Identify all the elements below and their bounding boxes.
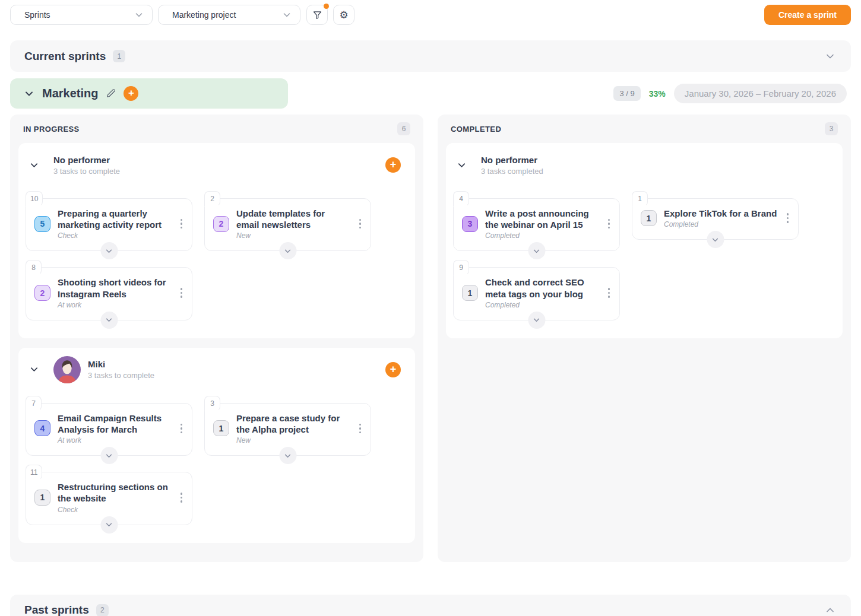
task-row: 5 Preparing a quarterly marketing activi… [34,208,185,240]
current-sprints-bar[interactable]: Current sprints 1 [10,40,851,72]
task-id-tab: 4 [453,191,469,207]
chevron-down-icon[interactable] [24,88,34,99]
toolbar: Sprints Marketing project ⚙ Create a spr… [10,5,851,25]
task-row: 2 Shooting short videos for Instagram Re… [34,277,185,309]
performer-group-header[interactable]: No performer 3 tasks to complete + [18,143,415,187]
task-points-badge: 1 [213,420,229,436]
past-sprints-count-badge: 2 [96,604,109,616]
kebab-menu-icon[interactable] [178,217,185,231]
expand-task-icon[interactable] [100,516,118,534]
task-status: New [236,231,350,240]
kebab-menu-icon[interactable] [606,285,613,300]
task-title: Prepare a case study for the Alpha proje… [236,412,350,435]
sprint-section: Marketing + 3 / 9 33% January 30, 2026 –… [10,78,851,562]
current-sprints-title: Current sprints [24,50,106,63]
view-select-value: Sprints [24,10,50,20]
column-groups: No performer 3 tasks to complete + 10 5 … [18,143,415,543]
view-select[interactable]: Sprints [10,5,153,25]
chevron-down-icon[interactable] [825,51,835,62]
performer-info: Miki 3 tasks to complete [88,359,154,380]
task-card[interactable]: 4 3 Write a post announcing the webinar … [453,198,620,251]
task-texts: Check and correct SEO meta tags on your … [485,277,599,309]
task-row: 1 Check and correct SEO meta tags on you… [462,277,612,309]
task-status: New [236,436,350,444]
task-title: Restructuring sections on the website [58,481,171,504]
create-sprint-button[interactable]: Create a sprint [764,5,851,25]
project-select-value: Marketing project [172,10,236,20]
sprint-name: Marketing [42,87,98,100]
settings-button[interactable]: ⚙ [333,5,354,25]
expand-task-icon[interactable] [528,242,545,259]
column-title: COMPLETED [451,125,501,134]
task-id-tab: 8 [26,260,42,275]
task-status: Check [58,506,171,514]
performer-group-header[interactable]: No performer 3 tasks completed [446,143,843,187]
kebab-menu-icon[interactable] [178,421,185,436]
project-select[interactable]: Marketing project [158,5,300,25]
task-status: Completed [485,301,599,309]
task-grid: 10 5 Preparing a quarterly marketing act… [18,187,415,338]
board-column: IN PROGRESS 6 No performer 3 tasks to co… [10,115,423,562]
kebab-menu-icon[interactable] [178,285,185,300]
task-grid: 4 3 Write a post announcing the webinar … [446,187,843,338]
sprint-board: IN PROGRESS 6 No performer 3 tasks to co… [10,115,851,562]
expand-task-icon[interactable] [100,312,118,329]
task-card[interactable]: 3 1 Prepare a case study for the Alpha p… [204,403,371,456]
expand-task-icon[interactable] [279,242,296,259]
kebab-menu-icon[interactable] [606,217,613,231]
kebab-menu-icon[interactable] [784,211,792,226]
performer-task-count: 3 tasks to complete [53,167,120,176]
task-row: 1 Explore TikTok for a Brand Completed [641,208,791,228]
past-sprints-title: Past sprints [24,604,89,616]
column-count-badge: 6 [397,122,410,135]
expand-task-icon[interactable] [528,312,545,329]
task-points-badge: 2 [34,285,50,301]
expand-task-icon[interactable] [279,447,296,464]
task-card[interactable]: 10 5 Preparing a quarterly marketing act… [26,198,192,251]
task-card[interactable]: 11 1 Restructuring sections on the websi… [26,472,192,525]
performer-name: No performer [53,155,120,165]
task-status: At work [58,301,171,309]
add-task-button[interactable]: + [385,157,401,173]
task-id-tab: 1 [632,191,648,207]
chevron-down-icon[interactable] [457,160,467,170]
task-card[interactable]: 9 1 Check and correct SEO meta tags on y… [453,267,620,320]
kebab-menu-icon[interactable] [178,490,185,505]
task-row: 4 Email Campaign Results Analysis for Ma… [34,412,185,444]
task-title: Write a post announcing the webinar on A… [485,208,599,230]
past-sprints-bar[interactable]: Past sprints 2 [10,595,851,616]
sprint-header: Marketing + 3 / 9 33% January 30, 2026 –… [10,78,851,109]
expand-task-icon[interactable] [100,242,118,259]
chevron-down-icon[interactable] [29,160,39,170]
task-title: Update templates for email newsletters [236,208,350,230]
task-card[interactable]: 1 1 Explore TikTok for a Brand Completed [632,198,799,240]
add-task-button[interactable]: + [124,86,138,101]
task-texts: Write a post announcing the webinar on A… [485,208,599,240]
add-task-button[interactable]: + [385,362,401,377]
chevron-down-icon[interactable] [29,364,39,374]
filter-button[interactable] [306,5,328,25]
kebab-menu-icon[interactable] [357,421,364,436]
task-status: At work [58,436,171,444]
task-title: Preparing a quarterly marketing activity… [58,208,171,230]
expand-task-icon[interactable] [707,231,724,248]
task-points-badge: 1 [34,490,50,506]
column-groups: No performer 3 tasks completed 4 3 Write… [446,143,843,338]
chevron-down-icon [282,10,292,20]
expand-task-icon[interactable] [100,447,118,464]
task-card[interactable]: 2 2 Update templates for email newslette… [204,198,371,251]
task-title: Email Campaign Results Analysis for Marc… [58,412,171,435]
edit-pencil-icon[interactable] [106,88,116,99]
task-card[interactable]: 7 4 Email Campaign Results Analysis for … [26,403,192,456]
kebab-menu-icon[interactable] [357,217,364,231]
task-id-tab: 10 [26,191,43,207]
performer-task-count: 3 tasks to complete [88,371,154,380]
chevron-down-icon [134,10,144,20]
task-card[interactable]: 8 2 Shooting short videos for Instagram … [26,267,192,320]
task-id-tab: 2 [204,191,220,207]
task-texts: Preparing a quarterly marketing activity… [58,208,171,240]
column-header: COMPLETED 3 [446,115,843,143]
chevron-up-icon[interactable] [825,605,835,615]
performer-group-header[interactable]: Miki 3 tasks to complete + [18,348,415,392]
task-texts: Explore TikTok for a Brand Completed [664,208,777,228]
